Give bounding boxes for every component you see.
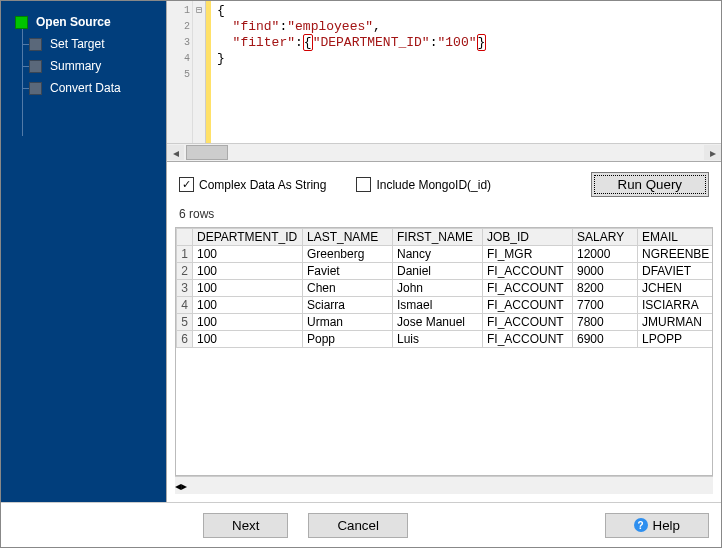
line-number: 4 — [167, 51, 190, 67]
fold-toggle-icon[interactable]: ⊟ — [193, 3, 205, 19]
col-header[interactable]: EMAIL — [638, 229, 713, 246]
row-number: 4 — [177, 297, 193, 314]
editor-hscrollbar[interactable]: ◂ ▸ — [167, 143, 721, 161]
table-row[interactable]: 5100UrmanJose ManuelFI_ACCOUNT7800JMURMA… — [177, 314, 714, 331]
cell[interactable]: 100 — [193, 331, 303, 348]
table-row[interactable]: 4100SciarraIsmaelFI_ACCOUNT7700ISCIARRA1 — [177, 297, 714, 314]
table-row[interactable]: 1100GreenbergNancyFI_MGR12000NGREENBE1 — [177, 246, 714, 263]
cancel-button[interactable]: Cancel — [308, 513, 408, 538]
cell[interactable]: DFAVIET — [638, 263, 713, 280]
col-header[interactable]: FIRST_NAME — [393, 229, 483, 246]
nav-label: Summary — [50, 59, 101, 73]
cell[interactable]: FI_ACCOUNT — [483, 331, 573, 348]
cell[interactable]: FI_ACCOUNT — [483, 297, 573, 314]
cell[interactable]: John — [393, 280, 483, 297]
cell[interactable]: NGREENBE — [638, 246, 713, 263]
next-button[interactable]: Next — [203, 513, 288, 538]
cell[interactable]: 1 — [713, 331, 714, 348]
table-row[interactable]: 2100FavietDanielFI_ACCOUNT9000DFAVIET1 — [177, 263, 714, 280]
cell[interactable]: 1 — [713, 280, 714, 297]
row-count-label: 6 rows — [167, 207, 721, 227]
col-header[interactable]: SALARY — [573, 229, 638, 246]
col-header[interactable]: LAST_NAME — [303, 229, 393, 246]
wizard-footer: Next Cancel ? Help — [1, 502, 721, 547]
row-number: 6 — [177, 331, 193, 348]
nav-convert-data[interactable]: Convert Data — [1, 77, 166, 99]
cell[interactable]: 7700 — [573, 297, 638, 314]
scroll-left-icon[interactable]: ◂ — [167, 145, 184, 160]
line-number: 5 — [167, 67, 190, 83]
col-header[interactable]: DEPARTMENT_ID — [193, 229, 303, 246]
cell[interactable]: 12000 — [573, 246, 638, 263]
nav-open-source[interactable]: Open Source — [1, 11, 166, 33]
fold-gutter: ⊟ — [192, 1, 205, 143]
complex-data-checkbox[interactable]: ✓ Complex Data As String — [179, 177, 326, 192]
cell[interactable]: Luis — [393, 331, 483, 348]
cell[interactable]: 100 — [193, 246, 303, 263]
results-grid-wrap: DEPARTMENT_ID LAST_NAME FIRST_NAME JOB_I… — [175, 227, 713, 476]
table-header-row: DEPARTMENT_ID LAST_NAME FIRST_NAME JOB_I… — [177, 229, 714, 246]
include-mongoid-checkbox[interactable]: Include MongoID(_id) — [356, 177, 491, 192]
scroll-right-icon[interactable]: ▸ — [704, 145, 721, 160]
table-row[interactable]: 3100ChenJohnFI_ACCOUNT8200JCHEN1 — [177, 280, 714, 297]
cell[interactable]: FI_ACCOUNT — [483, 263, 573, 280]
row-number: 3 — [177, 280, 193, 297]
nav-label: Set Target — [50, 37, 104, 51]
cell[interactable]: 100 — [193, 280, 303, 297]
cell[interactable]: FI_MGR — [483, 246, 573, 263]
cell[interactable]: Ismael — [393, 297, 483, 314]
main-area: Open Source Set Target Summary Convert D… — [1, 1, 721, 502]
query-editor[interactable]: 1 2 3 4 5 ⊟ { "find":"employees", "filte… — [167, 1, 721, 143]
step-icon — [29, 38, 42, 51]
cell[interactable]: Greenberg — [303, 246, 393, 263]
cell[interactable]: Urman — [303, 314, 393, 331]
row-number: 1 — [177, 246, 193, 263]
scroll-thumb[interactable] — [186, 145, 228, 160]
line-number: 1 — [167, 3, 190, 19]
cell[interactable]: 1 — [713, 246, 714, 263]
line-number: 2 — [167, 19, 190, 35]
cell[interactable]: FI_ACCOUNT — [483, 280, 573, 297]
cell[interactable]: 6900 — [573, 331, 638, 348]
help-label: Help — [653, 518, 680, 533]
line-number: 3 — [167, 35, 190, 51]
code-area[interactable]: { "find":"employees", "filter":{"DEPARTM… — [211, 1, 492, 143]
nav-set-target[interactable]: Set Target — [1, 33, 166, 55]
cell[interactable]: FI_ACCOUNT — [483, 314, 573, 331]
cell[interactable]: 100 — [193, 263, 303, 280]
cell[interactable]: 1 — [713, 297, 714, 314]
results-grid[interactable]: DEPARTMENT_ID LAST_NAME FIRST_NAME JOB_I… — [175, 227, 713, 476]
col-header[interactable]: JOB_ID — [483, 229, 573, 246]
cell[interactable]: Chen — [303, 280, 393, 297]
table-row[interactable]: 6100PoppLuisFI_ACCOUNT6900LPOPP1 — [177, 331, 714, 348]
cell[interactable]: Daniel — [393, 263, 483, 280]
cell[interactable]: Faviet — [303, 263, 393, 280]
cell[interactable]: Jose Manuel — [393, 314, 483, 331]
cell[interactable]: Sciarra — [303, 297, 393, 314]
query-editor-wrap: 1 2 3 4 5 ⊟ { "find":"employees", "filte… — [167, 1, 721, 162]
col-header[interactable]: M — [713, 229, 714, 246]
cell[interactable]: 100 — [193, 314, 303, 331]
results-table: DEPARTMENT_ID LAST_NAME FIRST_NAME JOB_I… — [176, 228, 713, 348]
cell[interactable]: LPOPP — [638, 331, 713, 348]
cell[interactable]: Nancy — [393, 246, 483, 263]
cell[interactable]: 8200 — [573, 280, 638, 297]
cell[interactable]: ISCIARRA — [638, 297, 713, 314]
cell[interactable]: 9000 — [573, 263, 638, 280]
cell[interactable]: JCHEN — [638, 280, 713, 297]
nav-summary[interactable]: Summary — [1, 55, 166, 77]
cell[interactable]: 100 — [193, 297, 303, 314]
checkbox-icon — [356, 177, 371, 192]
scroll-right-icon[interactable]: ▸ — [181, 479, 187, 493]
run-query-button[interactable]: Run Query — [591, 172, 709, 197]
cell[interactable]: 1 — [713, 263, 714, 280]
cell[interactable]: 1 — [713, 314, 714, 331]
cell[interactable]: Popp — [303, 331, 393, 348]
grid-hscrollbar[interactable]: ◂ ▸ — [175, 476, 713, 494]
cell[interactable]: JMURMAN — [638, 314, 713, 331]
options-row: ✓ Complex Data As String Include MongoID… — [167, 162, 721, 207]
help-button[interactable]: ? Help — [605, 513, 709, 538]
row-number: 5 — [177, 314, 193, 331]
help-icon: ? — [634, 518, 648, 532]
cell[interactable]: 7800 — [573, 314, 638, 331]
